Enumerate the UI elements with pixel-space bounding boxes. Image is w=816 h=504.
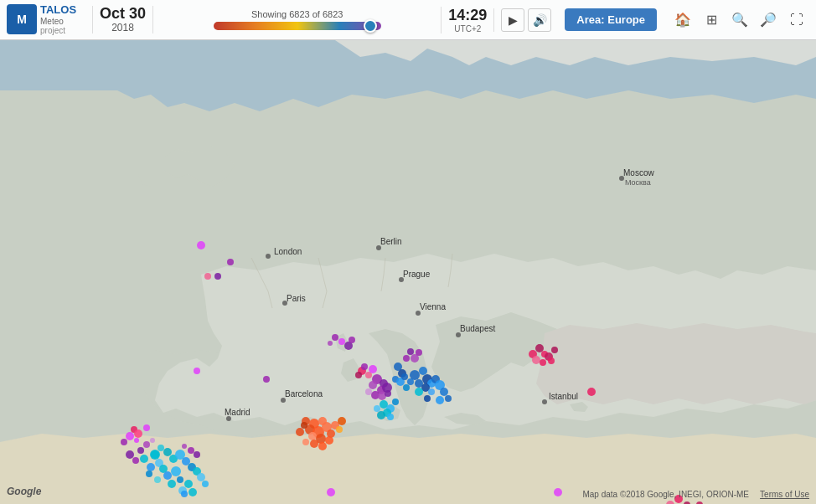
- progress-area: Showing 6823 of 6823: [153, 8, 441, 32]
- map-svg: London Berlin Paris Prague Vienna Budape…: [0, 40, 816, 504]
- svg-point-122: [407, 348, 414, 355]
- grid-button[interactable]: ⊞: [699, 8, 724, 33]
- svg-point-58: [194, 451, 200, 458]
- svg-point-68: [308, 432, 317, 440]
- sound-button[interactable]: 🔊: [528, 8, 551, 32]
- svg-point-70: [325, 436, 333, 445]
- svg-point-103: [428, 388, 435, 395]
- svg-point-102: [440, 388, 448, 396]
- date-display: Oct 30 2018: [92, 6, 153, 34]
- svg-point-98: [407, 378, 414, 385]
- svg-point-119: [377, 411, 385, 419]
- svg-point-131: [535, 344, 544, 352]
- svg-point-124: [416, 349, 422, 356]
- svg-point-139: [197, 241, 205, 249]
- home-button[interactable]: 🏠: [670, 8, 695, 33]
- svg-point-141: [194, 368, 200, 374]
- map-container[interactable]: London Berlin Paris Prague Vienna Budape…: [0, 40, 816, 504]
- svg-point-86: [369, 381, 377, 389]
- time-display: 14:29 UTC+2: [441, 7, 493, 33]
- svg-point-71: [301, 422, 307, 429]
- svg-point-75: [338, 417, 346, 425]
- svg-point-108: [424, 395, 431, 402]
- svg-point-32: [177, 476, 183, 483]
- svg-point-81: [361, 363, 368, 370]
- svg-point-57: [202, 481, 209, 487]
- svg-point-29: [163, 471, 172, 480]
- svg-point-60: [182, 444, 187, 449]
- svg-point-116: [392, 399, 399, 405]
- logo-area: M TALOS Meteo project: [0, 4, 92, 34]
- svg-point-37: [137, 447, 144, 454]
- svg-point-143: [263, 376, 270, 383]
- svg-text:Budapest: Budapest: [460, 324, 495, 333]
- svg-point-40: [143, 441, 150, 448]
- svg-point-46: [134, 429, 142, 438]
- logo-icon: M: [7, 4, 37, 34]
- svg-point-121: [403, 355, 410, 362]
- date-year: 2018: [111, 22, 134, 33]
- time-timezone: UTC+2: [454, 24, 481, 33]
- progress-bar[interactable]: [214, 22, 381, 30]
- svg-point-146: [214, 273, 221, 280]
- svg-point-44: [121, 439, 127, 445]
- play-button[interactable]: ▶: [501, 8, 524, 32]
- svg-point-129: [349, 337, 355, 343]
- logo-text: TALOS Meteo project: [40, 4, 76, 34]
- svg-point-126: [338, 338, 345, 345]
- svg-text:Prague: Prague: [403, 270, 431, 279]
- svg-point-113: [401, 373, 408, 380]
- svg-point-72: [296, 428, 304, 436]
- svg-point-104: [415, 388, 423, 396]
- expand-button[interactable]: ⛶: [784, 8, 809, 33]
- svg-point-137: [548, 357, 555, 364]
- svg-point-48: [151, 450, 159, 459]
- svg-point-134: [540, 359, 546, 366]
- svg-point-120: [387, 414, 394, 420]
- svg-point-78: [318, 442, 327, 450]
- svg-point-36: [189, 488, 197, 496]
- svg-point-107: [436, 396, 444, 404]
- google-watermark: Google: [7, 486, 41, 497]
- svg-text:Paris: Paris: [287, 294, 306, 303]
- search1-button[interactable]: 🔍: [727, 8, 752, 33]
- logo-project-label: project: [40, 26, 76, 35]
- svg-point-140: [227, 259, 234, 265]
- svg-point-39: [126, 450, 134, 459]
- svg-point-30: [168, 480, 176, 488]
- showing-count: Showing 6823 of 6823: [251, 9, 343, 19]
- svg-point-142: [204, 273, 211, 280]
- search2-button[interactable]: 🔎: [756, 8, 781, 33]
- svg-point-89: [365, 388, 372, 395]
- map-attribution: Map data ©2018 Google, INEGI, ORION-ME: [582, 490, 749, 499]
- svg-text:Madrid: Madrid: [225, 408, 250, 417]
- progress-thumb[interactable]: [364, 19, 377, 33]
- svg-point-105: [403, 384, 410, 391]
- svg-point-23: [147, 463, 155, 471]
- svg-point-118: [374, 405, 380, 412]
- svg-point-56: [197, 473, 205, 481]
- svg-point-35: [181, 491, 188, 497]
- svg-point-77: [310, 440, 318, 448]
- svg-point-28: [154, 476, 161, 483]
- svg-text:Vienna: Vienna: [420, 302, 446, 311]
- svg-point-50: [163, 448, 172, 456]
- svg-point-127: [328, 341, 333, 346]
- svg-point-82: [369, 365, 377, 373]
- svg-point-76: [302, 439, 309, 445]
- svg-point-22: [140, 455, 148, 463]
- terms-of-use-link[interactable]: Terms of Use: [760, 490, 809, 499]
- svg-point-43: [126, 432, 134, 440]
- svg-text:Istanbul: Istanbul: [549, 392, 578, 401]
- svg-point-125: [332, 334, 338, 341]
- playback-controls: ▶ 🔊: [493, 8, 558, 32]
- svg-point-133: [532, 356, 540, 364]
- svg-point-49: [158, 445, 164, 451]
- svg-point-92: [385, 390, 391, 397]
- svg-point-136: [551, 347, 558, 353]
- area-selector[interactable]: Area: Europe: [565, 8, 657, 31]
- svg-point-38: [132, 457, 139, 464]
- svg-text:London: London: [274, 247, 302, 256]
- svg-text:Moscow: Moscow: [623, 168, 654, 177]
- svg-point-47: [143, 424, 150, 431]
